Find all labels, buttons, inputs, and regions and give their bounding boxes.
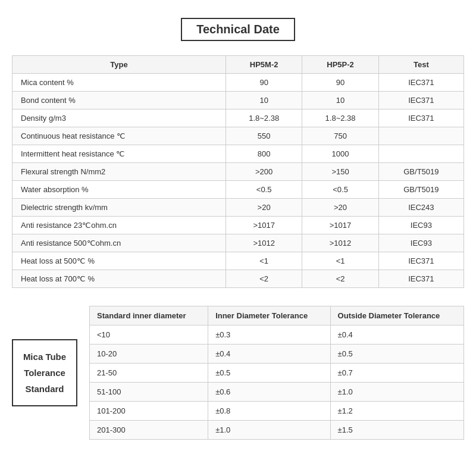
- tech-cell-10-3: IEC371: [378, 252, 464, 270]
- tol-header-0: Standard inner diameter: [90, 306, 208, 325]
- tech-table-row: Continuous heat resistance ℃550750: [12, 127, 464, 145]
- tolerance-table-row: 101-200±0.8±1.2: [90, 402, 464, 421]
- tech-cell-5-3: GB/T5019: [378, 163, 464, 181]
- tech-cell-4-3: [378, 145, 464, 163]
- tol-cell-5-0: 201-300: [90, 421, 208, 440]
- tol-cell-4-0: 101-200: [90, 402, 208, 421]
- tol-cell-4-2: ±1.2: [330, 402, 464, 421]
- tolerance-header-row: Standard inner diameterInner Diameter To…: [90, 306, 464, 325]
- tech-table-row: Flexural strength N/mm2>200>150GB/T5019: [12, 163, 464, 181]
- tech-cell-11-0: Heat loss at 700℃ %: [12, 270, 226, 288]
- tech-cell-10-0: Heat loss at 500℃ %: [12, 252, 226, 270]
- tol-cell-1-0: 10-20: [90, 345, 208, 364]
- tech-cell-8-1: >1017: [226, 217, 302, 234]
- tech-table-row: Heat loss at 700℃ %<2<2IEC371: [12, 270, 464, 288]
- mica-label-line2: Tolerance: [18, 365, 71, 381]
- tech-cell-4-2: 1000: [302, 145, 378, 163]
- tech-header-1: HP5M-2: [226, 56, 302, 74]
- tech-cell-8-3: IEC93: [378, 217, 464, 234]
- tech-cell-0-1: 90: [226, 74, 302, 92]
- tolerance-table-row: 10-20±0.4±0.5: [90, 345, 464, 364]
- tech-table-wrapper: TypeHP5M-2HP5P-2Test Mica content %9090I…: [12, 55, 464, 288]
- tech-cell-9-3: IEC93: [378, 234, 464, 252]
- tol-cell-1-1: ±0.4: [208, 345, 330, 364]
- tech-header-0: Type: [12, 56, 226, 74]
- tech-cell-5-1: >200: [226, 163, 302, 181]
- tol-cell-3-1: ±0.6: [208, 383, 330, 402]
- tech-cell-1-3: IEC371: [378, 92, 464, 109]
- tol-cell-2-1: ±0.5: [208, 364, 330, 383]
- tech-header-3: Test: [378, 56, 464, 74]
- tech-cell-7-3: IEC243: [378, 199, 464, 217]
- tech-cell-0-3: IEC371: [378, 74, 464, 92]
- tech-cell-3-0: Continuous heat resistance ℃: [12, 127, 226, 145]
- tech-cell-1-0: Bond content %: [12, 92, 226, 109]
- mica-label-line1: Mica Tube: [18, 349, 71, 365]
- tech-table-header-row: TypeHP5M-2HP5P-2Test: [12, 56, 464, 74]
- tech-cell-7-1: >20: [226, 199, 302, 217]
- tech-table-row: Dielectric strength kv/mm>20>20IEC243: [12, 199, 464, 217]
- tech-cell-3-3: [378, 127, 464, 145]
- tolerance-table-row: 51-100±0.6±1.0: [90, 383, 464, 402]
- tech-cell-2-3: IEC371: [378, 109, 464, 127]
- tech-cell-0-2: 90: [302, 74, 378, 92]
- tol-cell-2-2: ±0.7: [330, 364, 464, 383]
- tech-cell-9-2: >1012: [302, 234, 378, 252]
- tech-header-2: HP5P-2: [302, 56, 378, 74]
- tech-cell-10-1: <1: [226, 252, 302, 270]
- tech-cell-3-1: 550: [226, 127, 302, 145]
- tol-cell-0-0: <10: [90, 325, 208, 345]
- tol-cell-0-2: ±0.4: [330, 325, 464, 345]
- tech-cell-11-2: <2: [302, 270, 378, 288]
- tol-cell-3-0: 51-100: [90, 383, 208, 402]
- tech-cell-5-0: Flexural strength N/mm2: [12, 163, 226, 181]
- tech-cell-2-2: 1.8~2.38: [302, 109, 378, 127]
- tolerance-table-row: <10±0.3±0.4: [90, 325, 464, 345]
- tech-cell-5-2: >150: [302, 163, 378, 181]
- mica-label-line3: Standard: [18, 381, 71, 397]
- tech-cell-0-0: Mica content %: [12, 74, 226, 92]
- tolerance-table-row: 21-50±0.5±0.7: [90, 364, 464, 383]
- tech-cell-1-1: 10: [226, 92, 302, 109]
- tech-cell-1-2: 10: [302, 92, 378, 109]
- tol-cell-5-2: ±1.5: [330, 421, 464, 440]
- tolerance-table-row: 201-300±1.0±1.5: [90, 421, 464, 440]
- tech-table: TypeHP5M-2HP5P-2Test Mica content %9090I…: [12, 55, 464, 288]
- tol-cell-1-2: ±0.5: [330, 345, 464, 364]
- tech-cell-9-0: Anti resistance 500℃ohm.cn: [12, 234, 226, 252]
- tech-cell-3-2: 750: [302, 127, 378, 145]
- tech-cell-7-2: >20: [302, 199, 378, 217]
- tech-cell-6-3: GB/T5019: [378, 181, 464, 199]
- tol-cell-3-2: ±1.0: [330, 383, 464, 402]
- tech-table-row: Heat loss at 500℃ %<1<1IEC371: [12, 252, 464, 270]
- tech-table-row: Water absorption %<0.5<0.5GB/T5019: [12, 181, 464, 199]
- mica-label-box: Mica Tube Tolerance Standard: [12, 339, 77, 406]
- tech-cell-7-0: Dielectric strength kv/mm: [12, 199, 226, 217]
- tech-table-row: Mica content %9090IEC371: [12, 74, 464, 92]
- tol-cell-5-1: ±1.0: [208, 421, 330, 440]
- tech-table-row: Density g/m31.8~2.381.8~2.38IEC371: [12, 109, 464, 127]
- tech-table-row: Bond content %1010IEC371: [12, 92, 464, 109]
- tech-cell-11-3: IEC371: [378, 270, 464, 288]
- tech-cell-6-1: <0.5: [226, 181, 302, 199]
- tech-table-row: Anti resistance 500℃ohm.cn>1012>1012IEC9…: [12, 234, 464, 252]
- tech-cell-9-1: >1012: [226, 234, 302, 252]
- tech-table-row: Intermittent heat resistance ℃8001000: [12, 145, 464, 163]
- tol-header-1: Inner Diameter Tolerance: [208, 306, 330, 325]
- tech-cell-4-1: 800: [226, 145, 302, 163]
- page-title: Technical Date: [181, 18, 295, 41]
- tolerance-table-wrapper: Standard inner diameterInner Diameter To…: [89, 306, 464, 440]
- tech-cell-4-0: Intermittent heat resistance ℃: [12, 145, 226, 163]
- tech-cell-8-2: >1017: [302, 217, 378, 234]
- tech-cell-2-1: 1.8~2.38: [226, 109, 302, 127]
- tolerance-section: Mica Tube Tolerance Standard Standard in…: [12, 306, 464, 440]
- tol-cell-4-1: ±0.8: [208, 402, 330, 421]
- tol-cell-2-0: 21-50: [90, 364, 208, 383]
- tech-table-row: Anti resistance 23℃ohm.cn>1017>1017IEC93: [12, 217, 464, 234]
- tech-cell-6-2: <0.5: [302, 181, 378, 199]
- tol-cell-0-1: ±0.3: [208, 325, 330, 345]
- page-title-wrapper: Technical Date: [12, 18, 464, 41]
- tech-cell-10-2: <1: [302, 252, 378, 270]
- tech-cell-2-0: Density g/m3: [12, 109, 226, 127]
- tol-header-2: Outside Diameter Tolerance: [330, 306, 464, 325]
